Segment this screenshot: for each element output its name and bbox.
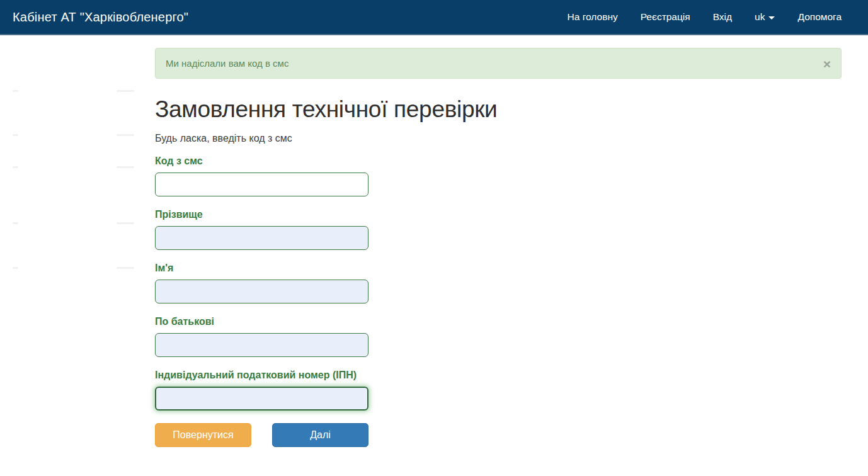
first-name-input[interactable] xyxy=(155,280,368,303)
faint-mark xyxy=(117,134,134,136)
surname-label: Прізвище xyxy=(155,208,842,221)
alert-message: Ми надіслали вам код в смс xyxy=(166,58,288,69)
page-title: Замовлення технічної перевірки xyxy=(155,96,842,123)
sms-code-input[interactable] xyxy=(155,173,368,196)
back-button[interactable]: Повернутися xyxy=(155,423,251,447)
next-button[interactable]: Далі xyxy=(272,423,368,447)
tax-number-input[interactable] xyxy=(155,387,368,411)
faint-mark xyxy=(13,267,18,269)
technical-check-form: Код з смс Прізвище Ім'я По батькові Інди… xyxy=(155,155,842,447)
nav-item-registration[interactable]: Реєстрація xyxy=(641,11,690,23)
nav-item-home[interactable]: На головну xyxy=(568,11,618,23)
faint-mark xyxy=(117,90,134,92)
field-group-patronymic: По батькові xyxy=(155,315,842,357)
language-code: uk xyxy=(755,11,765,23)
page-subtitle: Будь ласка, введіть код з смс xyxy=(155,133,842,144)
navbar-menu: На головну Реєстрація Вхід uk Допомога xyxy=(568,11,842,23)
sms-code-label: Код з смс xyxy=(155,155,842,167)
top-navbar: Кабінет АТ "Харківобленерго" На головну … xyxy=(0,0,868,35)
patronymic-input[interactable] xyxy=(155,333,368,357)
field-group-sms-code: Код з смс xyxy=(155,155,842,196)
faint-mark xyxy=(13,222,18,224)
faint-mark xyxy=(117,166,134,168)
field-group-surname: Прізвище xyxy=(155,208,842,250)
faint-mark xyxy=(117,267,134,269)
faint-mark xyxy=(13,134,18,136)
caret-down-icon xyxy=(768,16,775,20)
surname-input[interactable] xyxy=(155,226,368,250)
nav-item-language-dropdown[interactable]: uk xyxy=(755,11,775,23)
field-group-tax-number: Індивідуальний податковий номер (ІПН) xyxy=(155,369,842,411)
navbar-brand[interactable]: Кабінет АТ "Харківобленерго" xyxy=(13,10,188,25)
nav-item-help[interactable]: Допомога xyxy=(797,11,842,23)
form-buttons: Повернутися Далі xyxy=(155,423,842,447)
nav-item-login[interactable]: Вхід xyxy=(713,11,732,23)
faint-mark xyxy=(13,166,18,168)
first-name-label: Ім'я xyxy=(155,262,842,275)
close-icon[interactable]: × xyxy=(823,57,831,70)
main-content: Ми надіслали вам код в смс × Замовлення … xyxy=(155,48,842,447)
tax-number-label: Індивідуальний податковий номер (ІПН) xyxy=(155,369,842,382)
field-group-first-name: Ім'я xyxy=(155,262,842,303)
faint-mark xyxy=(13,90,18,92)
sms-sent-alert: Ми надіслали вам код в смс × xyxy=(155,48,842,79)
patronymic-label: По батькові xyxy=(155,315,842,328)
left-faint-artifacts xyxy=(0,35,151,476)
faint-mark xyxy=(117,222,134,224)
